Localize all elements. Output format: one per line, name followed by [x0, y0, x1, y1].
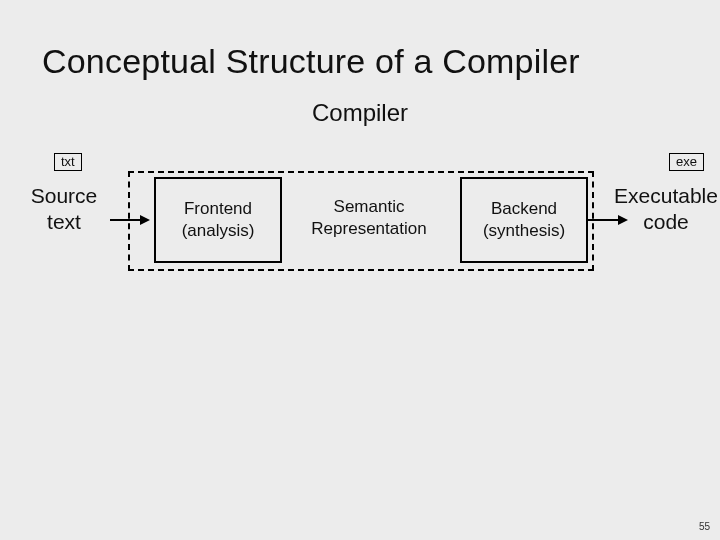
- source-block: Source text: [10, 183, 118, 235]
- svg-marker-1: [140, 215, 150, 225]
- compiler-diagram: txt exe Source text Frontend (analysis) …: [10, 145, 710, 275]
- frontend-l2: (analysis): [182, 220, 255, 242]
- semantic-representation: Semantic Representation: [288, 177, 450, 259]
- executable-block: Executable code: [612, 183, 720, 235]
- backend-l2: (synthesis): [483, 220, 565, 242]
- backend-stage: Backend (synthesis): [460, 177, 588, 263]
- source-l2: text: [10, 209, 118, 235]
- exec-l1: Executable: [612, 183, 720, 209]
- source-l1: Source: [10, 183, 118, 209]
- frontend-l1: Frontend: [184, 198, 252, 220]
- backend-l1: Backend: [491, 198, 557, 220]
- output-tag: exe: [669, 153, 704, 171]
- frontend-stage: Frontend (analysis): [154, 177, 282, 263]
- mid-l1: Semantic: [334, 196, 405, 218]
- mid-l2: Representation: [311, 218, 426, 240]
- slide: Conceptual Structure of a Compiler Compi…: [0, 0, 720, 540]
- compiler-label: Compiler: [0, 99, 720, 127]
- exec-l2: code: [612, 209, 720, 235]
- page-title: Conceptual Structure of a Compiler: [0, 0, 720, 81]
- page-number: 55: [699, 521, 710, 532]
- input-tag: txt: [54, 153, 82, 171]
- arrow-icon: [110, 213, 150, 227]
